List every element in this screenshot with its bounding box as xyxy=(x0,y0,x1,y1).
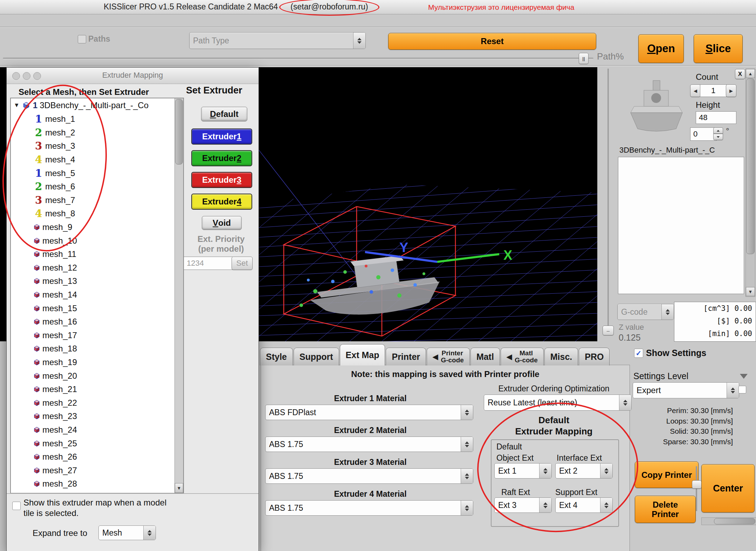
tree-item-mesh_25[interactable]: mesh_25 xyxy=(11,437,175,450)
tree-item-mesh_18[interactable]: mesh_18 xyxy=(11,342,175,356)
extruder-2-button[interactable]: Extruder 2 xyxy=(191,150,252,166)
raft-ext-select[interactable]: Ext 3 xyxy=(494,497,552,513)
z-slider-track[interactable] xyxy=(607,69,609,335)
tree-scrollbar-thumb[interactable] xyxy=(175,99,183,165)
tree-item-mesh_27[interactable]: mesh_27 xyxy=(11,463,175,477)
extruder-1-button[interactable]: Extruder 1 xyxy=(191,128,252,145)
tree-item-mesh_10[interactable]: mesh_10 xyxy=(11,234,175,247)
tree-item-mesh_22[interactable]: mesh_22 xyxy=(11,396,175,410)
scroll-down-icon[interactable]: ▼ xyxy=(746,287,755,296)
printer-slider-handle[interactable] xyxy=(692,480,702,489)
height-field[interactable]: 48 xyxy=(696,111,736,124)
extruder-number-icon: 1 xyxy=(33,113,44,125)
paths-label: Paths xyxy=(88,34,110,44)
count-decrement-button[interactable]: ◀ xyxy=(690,84,701,97)
extruder-1-material-select[interactable]: ABS FDPlast xyxy=(265,405,473,420)
default-button[interactable]: Default xyxy=(201,107,247,121)
extruder-4-button[interactable]: Extruder 4 xyxy=(191,194,252,210)
tab-pro[interactable]: PRO xyxy=(579,348,610,365)
tab-support[interactable]: Support xyxy=(294,348,339,365)
support-ext-select[interactable]: Ext 4 xyxy=(555,497,613,513)
path-percent-slider-handle[interactable]: || xyxy=(579,53,589,64)
count-increment-button[interactable]: ▶ xyxy=(726,84,736,97)
copy-printer-button[interactable]: Copy Printer xyxy=(635,461,699,488)
model-thumbnail[interactable] xyxy=(621,70,691,144)
tree-item-mesh_23[interactable]: mesh_23 xyxy=(11,410,175,423)
tree-item-mesh_1[interactable]: 1mesh_1 xyxy=(11,112,175,126)
tree-item-mesh_14[interactable]: mesh_14 xyxy=(11,288,175,302)
tree-scrollbar[interactable]: ▼ xyxy=(174,98,183,493)
rotation-field[interactable]: 0 xyxy=(690,127,717,141)
scroll-up-icon[interactable]: ▲ xyxy=(746,69,755,78)
tree-item-mesh_11[interactable]: mesh_11 xyxy=(11,247,175,261)
path-type-select[interactable]: Path Type xyxy=(189,32,366,49)
tree-item-mesh_3[interactable]: 3mesh_3 xyxy=(11,139,175,153)
stepper-icon xyxy=(661,304,674,320)
tree-item-mesh_21[interactable]: mesh_21 xyxy=(11,383,175,396)
window-title-bar[interactable]: Extruder Mapping xyxy=(7,68,259,84)
count-field[interactable]: 1 xyxy=(700,84,727,97)
tab-matl[interactable]: Matl xyxy=(470,348,500,365)
tab-printer[interactable]: Printer xyxy=(386,348,426,365)
tree-item-mesh_12[interactable]: mesh_12 xyxy=(11,261,175,275)
rotation-spinner[interactable] xyxy=(713,127,723,140)
center-button[interactable]: Center xyxy=(701,464,755,512)
extruder-3-button[interactable]: Extruder 3 xyxy=(191,172,252,188)
settings-level-mini-checkbox[interactable] xyxy=(738,386,746,393)
show-settings-checkbox[interactable] xyxy=(634,349,643,358)
tree-item-mesh_15[interactable]: mesh_15 xyxy=(11,301,175,315)
close-model-button[interactable]: X xyxy=(735,69,745,79)
printer-slider-track[interactable] xyxy=(696,466,697,511)
tree-item-mesh_4[interactable]: 4mesh_4 xyxy=(11,153,175,167)
bottom-scrollbar-thumb[interactable] xyxy=(714,518,755,524)
reset-button[interactable]: Reset xyxy=(388,33,596,50)
tree-scroll-down-icon[interactable]: ▼ xyxy=(175,483,183,493)
tree-item-mesh_5[interactable]: 1mesh_5 xyxy=(11,166,175,180)
ordering-select[interactable]: Reuse Latest (least time) xyxy=(484,395,632,411)
tree-item-label: mesh_24 xyxy=(42,425,77,435)
paths-checkbox[interactable] xyxy=(78,35,86,43)
z-slider-handle[interactable]: – xyxy=(603,326,614,335)
open-button[interactable]: Open xyxy=(638,34,684,63)
mesh-cube-icon xyxy=(33,359,40,366)
model-list[interactable] xyxy=(618,157,744,294)
expand-tree-select[interactable]: Mesh xyxy=(98,525,156,540)
gcode-select[interactable]: G-code xyxy=(617,304,674,320)
tab-printer-g-code[interactable]: ◀PrinterG-code xyxy=(427,348,470,365)
tree-item-mesh_9[interactable]: mesh_9 xyxy=(11,221,175,234)
slice-button[interactable]: Slice xyxy=(694,34,743,63)
tab-ext-map[interactable]: Ext Map xyxy=(340,344,385,365)
ext-priority-input[interactable]: 1234 xyxy=(184,257,233,270)
extruder-4-material-select[interactable]: ABS 1.75 xyxy=(265,500,473,516)
tree-item-mesh_28[interactable]: mesh_28 xyxy=(11,477,175,491)
tree-item-mesh_7[interactable]: 3mesh_7 xyxy=(11,194,175,207)
tree-item-mesh_26[interactable]: mesh_26 xyxy=(11,450,175,464)
disclosure-triangle-icon[interactable]: ▼ xyxy=(14,102,20,109)
show-map-checkbox[interactable] xyxy=(12,502,21,510)
tab-matl-g-code[interactable]: ◀MatlG-code xyxy=(501,348,544,365)
settings-level-select[interactable]: Expert xyxy=(633,382,739,398)
tree-item-mesh_6[interactable]: 2mesh_6 xyxy=(11,180,175,194)
tree-item-mesh_20[interactable]: mesh_20 xyxy=(11,369,175,383)
delete-printer-button[interactable]: Delete Printer xyxy=(635,496,696,523)
settings-level-dropdown-icon[interactable] xyxy=(740,374,748,379)
void-button[interactable]: Void xyxy=(202,216,242,230)
interface-ext-select[interactable]: Ext 2 xyxy=(555,463,613,479)
ext-priority-set-button[interactable]: Set xyxy=(232,257,253,270)
tree-item-mesh_16[interactable]: mesh_16 xyxy=(11,315,175,329)
tree-root-item[interactable]: ▼ 1 3DBenchy_-_Multi-part_-_Co xyxy=(11,98,175,112)
tree-item-mesh_17[interactable]: mesh_17 xyxy=(11,329,175,342)
extruder-2-material-select[interactable]: ABS 1.75 xyxy=(265,437,473,452)
path-percent-slider-track[interactable] xyxy=(3,57,593,60)
tree-item-mesh_8[interactable]: 4mesh_8 xyxy=(11,207,175,221)
extruder-3-material-select[interactable]: ABS 1.75 xyxy=(265,468,473,484)
tree-item-mesh_13[interactable]: mesh_13 xyxy=(11,274,175,288)
tab-style[interactable]: Style xyxy=(260,348,293,365)
tree-item-mesh_24[interactable]: mesh_24 xyxy=(11,423,175,437)
tree-item-mesh_19[interactable]: mesh_19 xyxy=(11,356,175,369)
scrollbar-thumb[interactable] xyxy=(746,78,755,254)
tab-misc-[interactable]: Misc. xyxy=(544,348,578,365)
object-ext-select[interactable]: Ext 1 xyxy=(494,463,552,479)
tree-item-mesh_2[interactable]: 2mesh_2 xyxy=(11,126,175,140)
mesh-tree[interactable]: ▼ 1 3DBenchy_-_Multi-part_-_Co 1mesh_12m… xyxy=(10,98,184,494)
